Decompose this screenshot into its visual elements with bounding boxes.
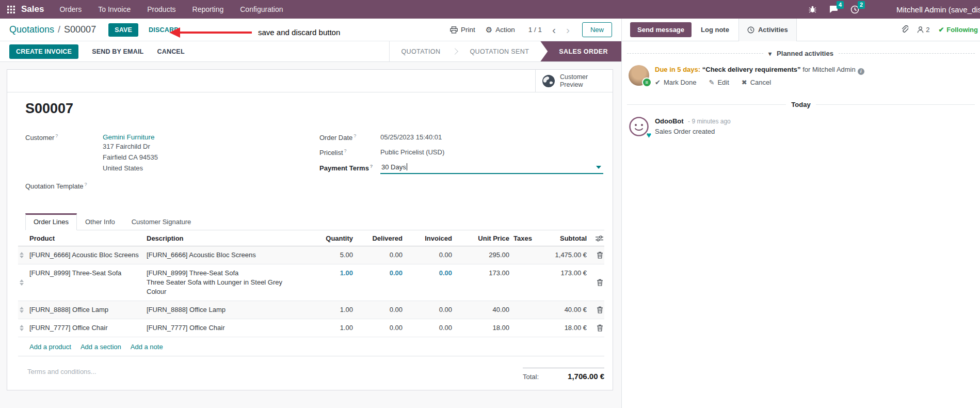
row-delete-button[interactable] [591,319,605,337]
cancel-activity-button[interactable]: ✖ Cancel [742,79,771,86]
cell-unit-price[interactable]: 40.00 [456,301,513,319]
pricelist-value[interactable]: Public Pricelist (USD) [380,147,444,156]
cell-invoiced[interactable]: 0.00 [407,264,456,301]
cell-description[interactable]: [FURN_7777] Office Chair [147,319,306,337]
breadcrumb-quotations[interactable]: Quotations [9,24,54,35]
messages-icon[interactable]: 4 [829,5,838,13]
col-header-description[interactable]: Description [147,230,306,246]
col-header-unit-price[interactable]: Unit Price [456,230,513,246]
cell-invoiced[interactable]: 0.00 [407,319,456,337]
cell-quantity[interactable]: 5.00 [306,246,357,264]
col-header-delivered[interactable]: Delivered [357,230,407,246]
followers-button[interactable]: 2 [917,26,929,34]
table-row[interactable]: [FURN_7777] Office Chair[FURN_7777] Offi… [18,319,604,337]
save-button[interactable]: SAVE [108,23,138,37]
cell-product[interactable]: [FURN_8999] Three-Seat Sofa [29,264,147,301]
cell-invoiced[interactable]: 0.00 [407,246,456,264]
dropdown-caret-icon[interactable] [596,166,601,169]
row-drag-handle[interactable] [18,301,29,319]
cell-product[interactable]: [FURN_8888] Office Lamp [29,301,147,319]
nav-menu-products[interactable]: Products [147,5,175,13]
cell-taxes[interactable] [513,301,552,319]
customer-link[interactable]: Gemini Furniture [103,133,158,141]
user-avatar[interactable] [872,3,884,15]
cell-product[interactable]: [FURN_7777] Office Chair [29,319,147,337]
attachments-paperclip-icon[interactable] [901,25,908,35]
col-header-subtotal[interactable]: Subtotal [552,230,591,246]
row-delete-button[interactable] [591,301,605,319]
stage-quotation-sent[interactable]: QUOTATION SENT [458,41,540,61]
action-button[interactable]: ⚙ Action [486,26,515,34]
order-date-value[interactable]: 05/25/2023 15:40:01 [380,132,442,142]
cell-delivered[interactable]: 0.00 [357,319,407,337]
activities-tab[interactable]: Activities [738,19,797,41]
add-a-section-link[interactable]: Add a section [81,343,121,351]
row-drag-handle[interactable] [18,246,29,264]
stage-sales-order[interactable]: SALES ORDER [540,41,621,61]
table-row[interactable]: [FURN_8888] Office Lamp[FURN_8888] Offic… [18,301,604,319]
cell-unit-price[interactable]: 18.00 [456,319,513,337]
cell-taxes[interactable] [513,319,552,337]
info-icon[interactable] [858,68,864,75]
cell-quantity[interactable]: 1.00 [306,264,357,301]
cell-unit-price[interactable]: 173.00 [456,264,513,301]
cell-unit-price[interactable]: 295.00 [456,246,513,264]
row-delete-button[interactable] [591,264,605,301]
col-header-product[interactable]: Product [29,230,147,246]
nav-menu-orders[interactable]: Orders [59,5,82,13]
edit-activity-button[interactable]: ✎ Edit [709,79,729,86]
pager-next-icon[interactable]: › [566,24,570,35]
cell-product[interactable]: [FURN_6666] Acoustic Bloc Screens [29,246,147,264]
tab-other-info[interactable]: Other Info [77,213,123,230]
nav-menu-reporting[interactable]: Reporting [192,5,224,13]
new-button[interactable]: New [582,22,612,37]
user-name[interactable]: Mitchell Admin (save_discar [896,5,980,14]
col-header-quantity[interactable]: Quantity [306,230,357,246]
row-delete-button[interactable] [591,246,605,264]
planned-activities-divider[interactable]: ▾ Planned activities [627,50,975,57]
print-button[interactable]: Print [450,26,475,34]
mark-done-button[interactable]: ✔ Mark Done [655,79,696,86]
app-name[interactable]: Sales [21,4,44,14]
message-author[interactable]: OdooBot [655,117,684,125]
activities-clock-icon[interactable]: 2 [850,5,859,14]
cell-description[interactable]: [FURN_6666] Acoustic Bloc Screens [147,246,306,264]
cell-delivered[interactable]: 0.00 [357,246,407,264]
cell-description[interactable]: [FURN_8888] Office Lamp [147,301,306,319]
col-header-invoiced[interactable]: Invoiced [407,230,456,246]
send-message-button[interactable]: Send message [630,22,692,37]
table-row[interactable]: [FURN_6666] Acoustic Bloc Screens[FURN_6… [18,246,604,264]
nav-menu-configuration[interactable]: Configuration [240,5,283,13]
terms-placeholder[interactable]: Terms and conditions... [27,368,97,375]
tab-customer-signature[interactable]: Customer Signature [123,213,200,230]
col-header-taxes[interactable]: Taxes [513,230,552,246]
debug-bug-icon[interactable] [809,5,816,13]
cell-quantity[interactable]: 1.00 [306,301,357,319]
row-drag-handle[interactable] [18,319,29,337]
create-invoice-button[interactable]: CREATE INVOICE [9,44,78,59]
table-row[interactable]: [FURN_8999] Three-Seat Sofa[FURN_8999] T… [18,264,604,301]
cell-delivered[interactable]: 0.00 [357,264,407,301]
following-button[interactable]: ✔ Following [938,26,978,34]
cell-invoiced[interactable]: 0.00 [407,301,456,319]
nav-menu-to-invoice[interactable]: To Invoice [98,5,131,13]
row-drag-handle[interactable] [18,264,29,301]
cell-description[interactable]: [FURN_8999] Three-Seat SofaThree Seater … [147,264,306,301]
optional-columns-button[interactable] [591,230,605,246]
add-a-product-link[interactable]: Add a product [29,343,71,351]
cell-quantity[interactable]: 1.00 [306,319,357,337]
chatter-panel: Send message Log note Activities 2 ✔ [622,19,980,408]
customer-preview-button[interactable]: Customer Preview [535,70,613,92]
tab-order-lines[interactable]: Order Lines [25,213,77,230]
cell-taxes[interactable] [513,264,552,301]
payment-terms-input[interactable]: 30 Days [380,163,603,174]
log-note-button[interactable]: Log note [701,26,729,34]
send-by-email-button[interactable]: SEND BY EMAIL [92,48,143,55]
add-a-note-link[interactable]: Add a note [131,343,163,351]
stage-quotation[interactable]: QUOTATION [390,41,452,61]
cell-delivered[interactable]: 0.00 [357,301,407,319]
cell-taxes[interactable] [513,246,552,264]
apps-grid-icon[interactable] [7,6,15,13]
cancel-button[interactable]: CANCEL [157,48,184,55]
pager-previous-icon[interactable]: ‹ [552,24,556,35]
